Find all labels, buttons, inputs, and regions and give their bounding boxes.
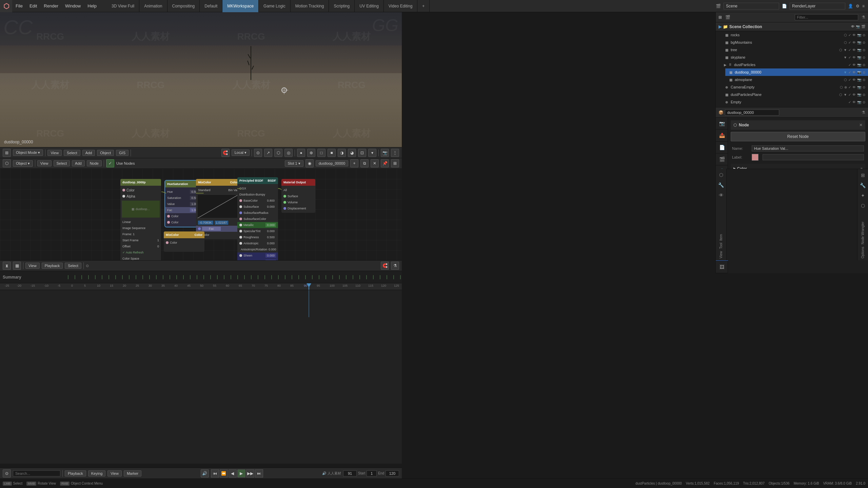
tl-filter-icon[interactable]: ⚗ (391, 262, 399, 270)
wireframe-icon[interactable]: □ (317, 149, 326, 157)
bgm-eye-icon[interactable]: 👁 (852, 41, 856, 44)
outliner-filter-icon[interactable]: ⚗ (862, 15, 865, 20)
atmo-eye-icon[interactable]: 👁 (852, 78, 856, 82)
node-node-menu[interactable]: Node (87, 160, 102, 166)
tab-3dview[interactable]: 3D View Full (107, 0, 139, 12)
skyplane-eye-icon[interactable]: 👁 (852, 56, 856, 59)
tab-default[interactable]: Default (200, 0, 222, 12)
side-tab-tool[interactable]: 🔧 (716, 180, 726, 190)
color-swatch[interactable] (752, 154, 758, 161)
rocks-vis-icon[interactable]: ✓ (848, 33, 851, 37)
timeline-mode-icon[interactable]: ▦ (13, 262, 21, 270)
tab-uvediting[interactable]: UV Editing (355, 0, 384, 12)
tab-compositing[interactable]: Compositing (167, 0, 200, 12)
skyplane-render-icon[interactable]: 📷 (857, 56, 861, 59)
ce-vis-icon[interactable]: ✓ (848, 85, 851, 89)
node-section-close[interactable]: ✕ (859, 123, 863, 127)
atmo-render-icon[interactable]: 📷 (857, 78, 861, 82)
node-wrangler-icon[interactable]: ⬡ (858, 201, 868, 210)
tl-playback-btn[interactable]: Playback (42, 263, 63, 269)
node-copy-material-icon[interactable]: ⧉ (360, 159, 369, 167)
transform-dropdown[interactable]: Local (232, 149, 250, 156)
outliner-item-skyplane[interactable]: ▦ skyplane ▼ ✓ 👁 📷 ⊙ (721, 54, 868, 61)
node-delete-material-icon[interactable]: ✕ (371, 159, 379, 167)
node-add-material-icon[interactable]: + (350, 159, 358, 167)
dpp-vis-icon[interactable]: ✓ (848, 93, 851, 97)
tl-view-menu[interactable]: View (25, 263, 40, 269)
dp-render-icon[interactable]: 📷 (857, 63, 861, 67)
viewport-mode-icon[interactable]: ⊞ (3, 149, 11, 157)
outliner-item-dustparticlesplane[interactable]: ▦ dustParticlesPlane ⬡ ▼ ✓ 👁 📷 ⊙ (721, 91, 868, 98)
viewport-3d[interactable]: RRCG 人人素材 RRCG 人人素材 人人素材 RRCG 人人素材 RRCG … (0, 12, 402, 158)
collection-render-icon[interactable]: 🎬 (861, 25, 865, 28)
tab-scene[interactable]: 🎬 (716, 154, 728, 165)
select-menu[interactable]: Select (64, 150, 80, 156)
active-object-input[interactable]: dustloop_00000 (725, 109, 779, 116)
empty-render-icon[interactable]: 📷 (857, 100, 861, 104)
node-pin-icon[interactable]: 📌 (381, 159, 389, 167)
bgm-render-icon[interactable]: 📷 (857, 41, 861, 44)
ce-data-icon[interactable]: ⊙ (863, 85, 865, 89)
rocks-eye-icon[interactable]: 👁 (852, 33, 856, 37)
timeline-icon[interactable]: ⧗ (3, 262, 11, 270)
gis-menu[interactable]: GIS (116, 150, 129, 156)
ce-eye-icon[interactable]: 👁 (852, 85, 856, 89)
pb-keying-btn[interactable]: Keying (88, 470, 106, 476)
gizmo-icon[interactable]: ⊕ (307, 149, 315, 157)
node-color-bottom[interactable]: MixColor Color Color (164, 231, 204, 252)
dpp-eye-icon[interactable]: 👁 (852, 93, 856, 97)
reset-node-btn[interactable]: Reset Node (731, 132, 865, 141)
outliner-search-input[interactable] (795, 14, 859, 20)
options-icon2[interactable]: 🔧 (858, 181, 868, 190)
node-editor-icon[interactable]: ⬡ (3, 159, 11, 167)
object-menu[interactable]: Object (97, 150, 114, 156)
tree-render-icon[interactable]: 📷 (857, 48, 861, 52)
tab-viewlayer[interactable]: 📄 (716, 142, 728, 154)
step-back-btn[interactable]: ◀ (229, 469, 237, 477)
tab-texture[interactable]: 🖼 (716, 261, 728, 273)
overlay-icon[interactable]: ● (297, 149, 305, 157)
options-icon1[interactable]: ⊞ (858, 170, 868, 180)
empty-vis-icon[interactable]: ✓ (848, 100, 851, 104)
jump-back-btn[interactable]: ⏪ (220, 469, 228, 477)
dl-render-icon[interactable]: 📷 (857, 70, 861, 74)
dl-vis-icon[interactable]: ✓ (848, 70, 851, 74)
renderlayer-selector[interactable]: RenderLayer (790, 3, 845, 9)
snap-type-icon[interactable]: ↗ (264, 149, 272, 157)
use-nodes-checkbox[interactable]: ✓ (106, 159, 114, 167)
view-menu[interactable]: View (47, 150, 62, 156)
playback-icon[interactable]: ⊙ (3, 469, 11, 477)
dp-eye-icon[interactable]: 👁 (852, 63, 856, 67)
side-tab-item[interactable]: ⬡ (716, 170, 726, 180)
node-principled[interactable]: Principled BSDF BSDF GGX Distribution-Bu… (237, 177, 278, 260)
pb-marker-btn[interactable]: Marker (124, 470, 141, 476)
node-material-icon[interactable]: ◉ (305, 159, 314, 167)
dl-eye-icon[interactable]: 👁 (852, 70, 856, 74)
side-tab-view[interactable]: 👁 (716, 190, 726, 200)
dp-data-icon[interactable]: ⊙ (863, 63, 865, 67)
step-forward-btn[interactable]: ▶▶ (246, 469, 254, 477)
empty-data-icon[interactable]: ⊙ (863, 100, 865, 104)
tree-vis-icon[interactable]: ✓ (848, 48, 851, 52)
tree-data-icon[interactable]: ⊙ (863, 48, 865, 52)
gear-icon[interactable]: ⚙ (856, 4, 860, 8)
current-frame-input[interactable]: 91 (343, 470, 357, 476)
menu-help[interactable]: Help (84, 0, 100, 12)
dpp-render-icon[interactable]: 📷 (857, 93, 861, 97)
rocks-render-icon[interactable]: 📷 (857, 33, 861, 37)
menu-render[interactable]: Render (40, 0, 62, 12)
rendered-icon[interactable]: ◕ (348, 149, 356, 157)
bgm-data-icon[interactable]: ⊙ (863, 41, 865, 44)
tl-snap-icon[interactable]: 🧲 (381, 262, 389, 270)
node-material-output[interactable]: Material Output All Surface Volume Displ… (281, 179, 315, 213)
tab-render[interactable]: 📷 (716, 118, 728, 129)
outliner-item-cameraempty[interactable]: ⊕ CameraEmpty ⬡ ⊕ ✓ 👁 📷 ⊙ (721, 83, 868, 91)
frame-search-input[interactable] (13, 470, 60, 476)
tl-select-btn[interactable]: Select (65, 263, 81, 269)
xray-icon[interactable]: ⊡ (358, 149, 366, 157)
collection-eye-icon[interactable]: 👁 (851, 25, 854, 28)
pb-audio-icon[interactable]: 🔊 (201, 469, 209, 477)
node-zoom-icon[interactable]: ⊞ (391, 159, 399, 167)
options-icon3[interactable]: ✦ (858, 191, 868, 200)
jump-start-btn[interactable]: ⏮ (211, 469, 219, 477)
